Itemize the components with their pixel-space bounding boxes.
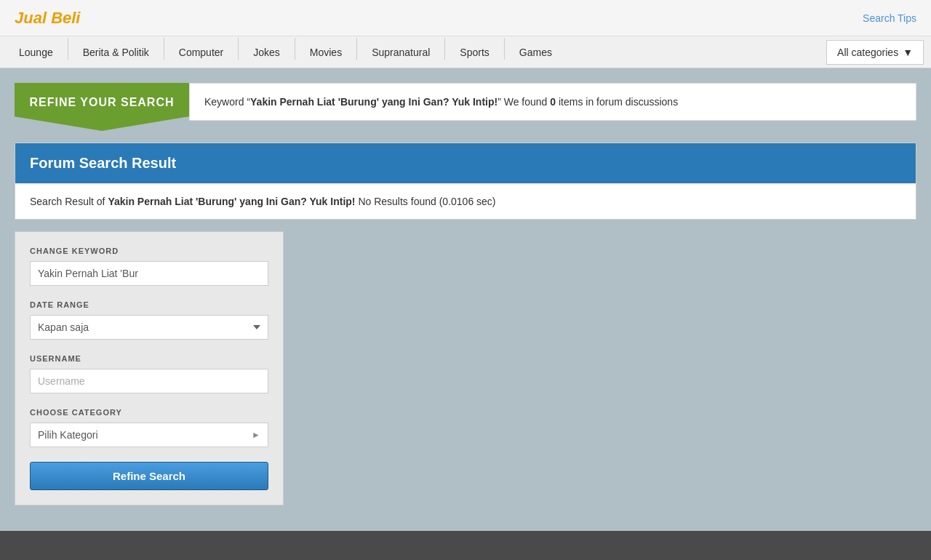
- forum-result-header: Forum Search Result: [15, 143, 916, 183]
- footer: [0, 531, 931, 560]
- found-text: We found: [501, 96, 550, 108]
- nav-item-jokes[interactable]: Jokes: [241, 38, 292, 67]
- change-keyword-label: CHANGE KEYWORD: [30, 247, 268, 255]
- nav-item-movies[interactable]: Movies: [298, 38, 353, 67]
- search-tips-link[interactable]: Search Tips: [863, 12, 916, 24]
- nav-item-lounge[interactable]: Lounge: [7, 38, 65, 67]
- date-range-label: DATE RANGE: [30, 300, 268, 309]
- all-categories-button[interactable]: All categories ▼: [826, 40, 924, 65]
- nav-item-berita[interactable]: Berita & Politik: [71, 38, 161, 67]
- category-select-button[interactable]: Pilih Kategori ►: [30, 423, 268, 447]
- keyword-input[interactable]: [30, 261, 268, 286]
- category-label: CHOOSE CATEGORY: [30, 408, 268, 417]
- date-range-group: DATE RANGE Kapan saja Hari ini Minggu in…: [30, 300, 268, 340]
- category-select-wrapper: Pilih Kategori ►: [30, 423, 268, 447]
- nav-separator: [68, 38, 68, 60]
- refine-panel: CHANGE KEYWORD DATE RANGE Kapan saja Har…: [15, 231, 284, 505]
- nav-item-computer[interactable]: Computer: [167, 38, 235, 67]
- refine-search-button[interactable]: Refine Search: [30, 462, 268, 490]
- result-count: 0: [550, 96, 556, 108]
- username-input[interactable]: [30, 369, 268, 393]
- chevron-down-icon: ▼: [903, 47, 913, 58]
- keyword-prefix: Keyword: [204, 96, 247, 108]
- result-suffix: items in forum discussions: [556, 96, 678, 108]
- refine-info: Keyword “Yakin Pernah Liat 'Burung' yang…: [189, 83, 916, 121]
- refine-label: REFINE YOUR SEARCH: [15, 83, 189, 131]
- result-prefix: Search Result of: [30, 196, 108, 207]
- username-label: USERNAME: [30, 354, 268, 363]
- nav-bar: Lounge Berita & Politik Computer Jokes M…: [0, 36, 931, 68]
- change-keyword-group: CHANGE KEYWORD: [30, 247, 268, 286]
- chevron-right-icon: ►: [252, 430, 260, 440]
- category-placeholder: Pilih Kategori: [38, 429, 98, 441]
- keyword-value: Yakin Pernah Liat 'Burung' yang Ini Gan?…: [250, 96, 498, 108]
- nav-items: Lounge Berita & Politik Computer Jokes M…: [7, 38, 826, 67]
- result-keyword: Yakin Pernah Liat 'Burung' yang Ini Gan?…: [108, 196, 355, 207]
- all-categories-label: All categories: [837, 47, 898, 58]
- top-bar: Jual Beli Search Tips: [0, 0, 931, 36]
- search-result-body: Search Result of Yakin Pernah Liat 'Buru…: [15, 183, 916, 219]
- refine-banner: REFINE YOUR SEARCH Keyword “Yakin Pernah…: [15, 83, 916, 131]
- logo: Jual Beli: [15, 9, 80, 28]
- nav-separator: [238, 38, 239, 60]
- nav-separator: [295, 38, 295, 60]
- nav-separator: [356, 38, 357, 60]
- nav-item-supranatural[interactable]: Supranatural: [360, 38, 441, 67]
- nav-item-sports[interactable]: Sports: [448, 38, 500, 67]
- search-result-container: Forum Search Result Search Result of Yak…: [15, 143, 916, 220]
- date-range-select[interactable]: Kapan saja Hari ini Minggu ini Bulan ini…: [30, 315, 268, 340]
- result-suffix: No Results found (0.0106 sec): [356, 196, 496, 207]
- username-group: USERNAME: [30, 354, 268, 393]
- main-content: REFINE YOUR SEARCH Keyword “Yakin Pernah…: [0, 68, 931, 513]
- nav-separator: [444, 38, 445, 60]
- category-group: CHOOSE CATEGORY Pilih Kategori ►: [30, 408, 268, 447]
- nav-item-games[interactable]: Games: [508, 38, 564, 67]
- nav-separator: [164, 38, 164, 60]
- nav-separator: [504, 38, 505, 60]
